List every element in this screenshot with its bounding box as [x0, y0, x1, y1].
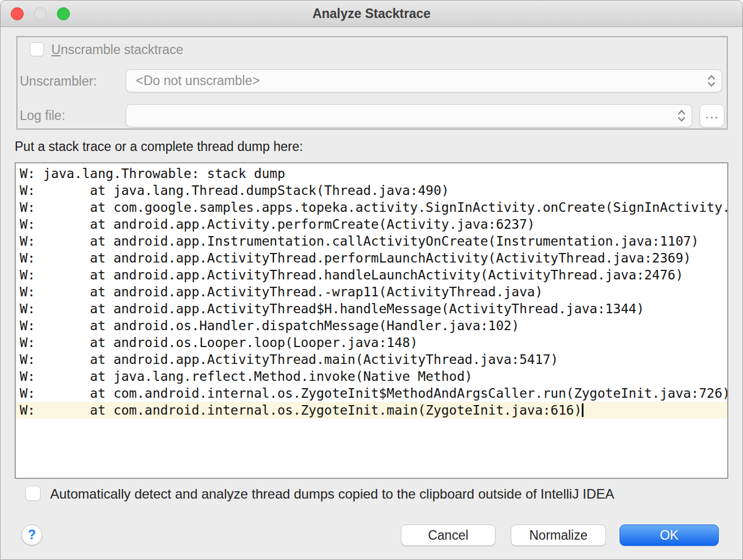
stacktrace-line: W: at android.os.Looper.loop(Looper.java…: [16, 334, 727, 351]
auto-detect-checkbox-label[interactable]: Automatically detect and analyze thread …: [50, 486, 614, 502]
chevron-up-down-icon: [676, 108, 687, 123]
stacktrace-line: W: at android.os.Handler.dispatchMessage…: [16, 317, 727, 334]
stacktrace-line: W: at android.app.ActivityThread.handleL…: [16, 266, 727, 283]
stacktrace-lines: W: java.lang.Throwable: stack dumpW: at …: [16, 165, 727, 419]
unscrambler-dropdown[interactable]: <Do not unscramble>: [126, 69, 722, 92]
unscramble-checkbox-label[interactable]: Unscramble stacktrace: [51, 42, 183, 57]
unscramble-checkbox[interactable]: [30, 42, 44, 56]
help-button[interactable]: ?: [21, 525, 42, 545]
ok-button[interactable]: OK: [620, 525, 719, 546]
titlebar[interactable]: Analyze Stacktrace: [1, 1, 742, 27]
stacktrace-line: W: at android.app.Instrumentation.callAc…: [16, 233, 727, 250]
stacktrace-line: W: at android.app.Activity.performCreate…: [16, 216, 727, 233]
browse-log-file-button[interactable]: …: [700, 104, 724, 127]
stacktrace-line: W: at com.google.samples.apps.topeka.act…: [16, 199, 727, 216]
stacktrace-line: W: at android.app.ActivityThread$H.handl…: [16, 300, 727, 317]
stacktrace-line: W: at android.app.ActivityThread.main(Ac…: [16, 351, 727, 368]
stacktrace-editor[interactable]: W: java.lang.Throwable: stack dumpW: at …: [15, 162, 728, 479]
stacktrace-line: W: at com.android.internal.os.ZygoteInit…: [16, 385, 727, 402]
stacktrace-line: W: at android.app.ActivityThread.perform…: [16, 250, 727, 266]
analyze-stacktrace-dialog: Analyze Stacktrace Unscramble stacktrace…: [0, 0, 743, 560]
stacktrace-line: W: java.lang.Throwable: stack dump: [16, 165, 727, 182]
ellipsis-icon: …: [705, 105, 720, 122]
stacktrace-line: W: at java.lang.Thread.dumpStack(Thread.…: [16, 182, 727, 199]
stacktrace-line: W: at android.app.ActivityThread.-wrap11…: [16, 283, 727, 300]
unscrambler-label: Unscrambler:: [20, 74, 97, 89]
normalize-button[interactable]: Normalize: [511, 525, 606, 546]
stacktrace-prompt-label: Put a stack trace or a complete thread d…: [15, 139, 303, 154]
text-caret: [582, 403, 583, 417]
unscrambler-dropdown-value: <Do not unscramble>: [136, 70, 699, 92]
question-mark-icon: ?: [28, 527, 36, 542]
stacktrace-line: W: at java.lang.reflect.Method.invoke(Na…: [16, 368, 727, 385]
chevron-up-down-icon: [706, 73, 717, 88]
log-file-dropdown[interactable]: [126, 104, 692, 127]
log-file-label: Log file:: [20, 108, 65, 123]
window-title: Analyze Stacktrace: [1, 1, 742, 27]
log-file-dropdown-value: [136, 105, 669, 127]
cancel-button[interactable]: Cancel: [401, 525, 496, 546]
stacktrace-line: W: at com.android.internal.os.ZygoteInit…: [16, 402, 727, 419]
auto-detect-checkbox[interactable]: [25, 486, 41, 501]
